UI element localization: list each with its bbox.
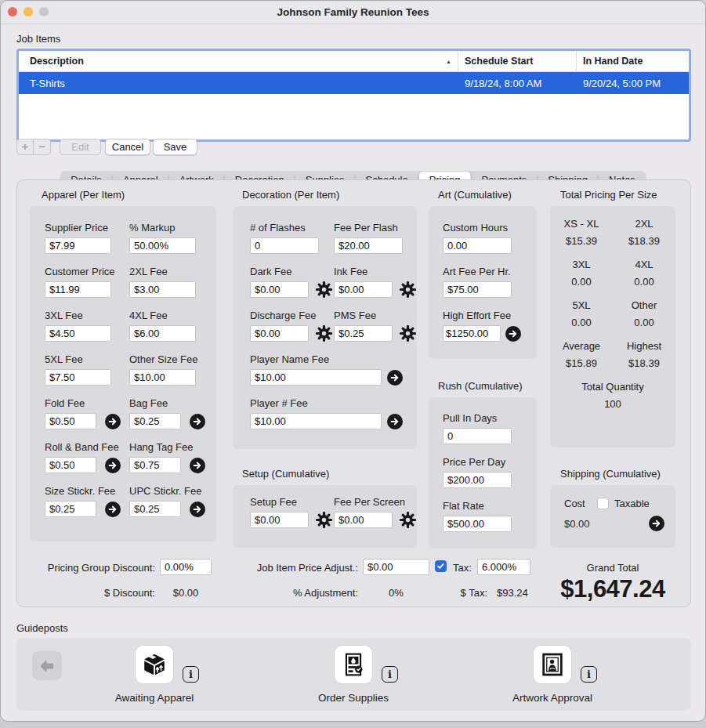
setup-fee-field[interactable] — [250, 512, 309, 528]
size-sticker-fee-arrow-icon[interactable] — [105, 502, 121, 517]
player-name-fee-field[interactable] — [250, 369, 382, 386]
setup-fee-gear-icon[interactable] — [316, 512, 332, 528]
pms-fee-field[interactable] — [334, 325, 393, 342]
pms-fee-gear-icon[interactable] — [400, 325, 416, 342]
apparel-group: Apparel (Per Item) Supplier Price % Mark… — [30, 189, 216, 541]
job-item-adjust-field[interactable] — [363, 559, 429, 575]
column-header-schedule-start[interactable]: Schedule Start — [458, 51, 576, 71]
customer-price-label: Customer Price — [45, 266, 129, 277]
flat-rate-field[interactable] — [443, 516, 512, 532]
cell-description: T-Shirts — [19, 78, 458, 89]
bag-fee-field[interactable] — [129, 413, 181, 429]
discharge-fee-field[interactable] — [250, 325, 309, 342]
taxable-checkbox[interactable] — [597, 498, 609, 509]
player-name-fee-arrow-icon[interactable] — [387, 370, 403, 386]
pricing-group-discount-field[interactable] — [160, 559, 212, 575]
shipping-cost-value: $0.00 — [564, 518, 590, 530]
setup-group: Setup (Cumulative) Setup Fee Fee Per Scr… — [233, 468, 417, 548]
ink-fee-gear-icon[interactable] — [400, 281, 416, 298]
custom-hours-field[interactable] — [443, 237, 512, 254]
total-pricing-group-title: Total Pricing Per Size — [560, 189, 675, 201]
guidepost-awaiting-apparel-label: Awaiting Apparel — [92, 692, 217, 704]
flashes-field[interactable] — [250, 237, 319, 254]
fee-other-size-label: Other Size Fee — [129, 353, 197, 365]
column-header-in-hand-date[interactable]: In Hand Date — [576, 51, 688, 71]
grand-total-label: Grand Total — [550, 562, 675, 574]
pms-fee-label: PMS Fee — [334, 310, 416, 321]
fee-5xl-field[interactable] — [45, 369, 111, 386]
high-effort-fee-field[interactable] — [443, 325, 501, 342]
art-group: Art (Cumulative) Custom Hours Art Fee Pe… — [429, 189, 537, 359]
customer-price-field[interactable] — [45, 281, 111, 298]
supplier-price-field[interactable] — [45, 237, 111, 254]
size-3xl-value: 0.00 — [550, 276, 613, 288]
size-4xl-label: 4XL — [613, 259, 675, 270]
artwork-approval-info-icon[interactable]: i — [581, 666, 597, 683]
fold-fee-arrow-icon[interactable] — [105, 414, 121, 429]
fee-per-screen-field[interactable] — [334, 512, 393, 528]
save-button[interactable]: Save — [153, 139, 197, 155]
size-xs-xl-label: XS - XL — [550, 218, 613, 230]
hang-tag-fee-field[interactable] — [129, 457, 181, 473]
grand-total-value: $1,647.24 — [538, 575, 687, 603]
high-effort-fee-arrow-icon[interactable] — [505, 326, 521, 342]
player-number-fee-label: Player # Fee — [250, 397, 417, 409]
size-sticker-fee-field[interactable] — [45, 501, 96, 517]
dark-fee-field[interactable] — [250, 281, 309, 298]
fee-2xl-field[interactable] — [129, 281, 196, 298]
pricing-panel: Apparel (Per Item) Supplier Price % Mark… — [16, 179, 691, 607]
back-button[interactable] — [32, 651, 62, 680]
bag-fee-arrow-icon[interactable] — [190, 414, 205, 429]
fee-per-flash-field[interactable] — [334, 237, 403, 254]
pull-in-days-field[interactable] — [443, 428, 512, 444]
ink-fee-field[interactable] — [334, 281, 393, 298]
cell-schedule-start: 9/18/24, 8:00 AM — [458, 78, 576, 89]
fee-other-size-field[interactable] — [129, 369, 196, 386]
roll-band-fee-field[interactable] — [45, 457, 96, 473]
upc-sticker-fee-field[interactable] — [129, 501, 181, 517]
guidepost-artwork-approval[interactable] — [534, 646, 571, 683]
rush-group-title: Rush (Cumulative) — [438, 380, 537, 392]
order-supplies-info-icon[interactable]: i — [382, 666, 398, 683]
fold-fee-field[interactable] — [45, 413, 96, 429]
dollar-discount-value: $0.00 — [160, 587, 212, 599]
shipping-arrow-icon[interactable] — [649, 516, 664, 531]
total-pricing-group: Total Pricing Per Size XS - XL 2XL $15.3… — [550, 189, 675, 447]
fee-2xl-label: 2XL Fee — [129, 266, 196, 277]
table-row-selected[interactable]: T-Shirts 9/18/24, 8:00 AM 9/20/24, 5:00 … — [19, 72, 689, 94]
cancel-button[interactable]: Cancel — [105, 139, 150, 155]
fee-3xl-field[interactable] — [45, 325, 111, 342]
custom-hours-label: Custom Hours — [443, 222, 537, 234]
size-5xl-label: 5XL — [550, 299, 613, 311]
setup-fee-label: Setup Fee — [250, 496, 334, 508]
upc-sticker-fee-arrow-icon[interactable] — [190, 502, 205, 517]
upc-sticker-fee-label: UPC Stickr. Fee — [129, 485, 205, 497]
markup-label: % Markup — [129, 222, 196, 234]
roll-band-fee-arrow-icon[interactable] — [105, 458, 121, 473]
add-item-button[interactable]: + — [16, 139, 34, 155]
player-number-fee-arrow-icon[interactable] — [387, 414, 403, 429]
tax-label: Tax: — [453, 562, 472, 574]
column-header-description[interactable]: Description ▲ — [19, 51, 458, 71]
remove-item-button[interactable]: − — [34, 139, 51, 155]
tax-rate-field[interactable] — [477, 559, 530, 575]
hang-tag-fee-arrow-icon[interactable] — [190, 458, 205, 473]
app-window: Johnson Family Reunion Tees Job Items De… — [0, 0, 706, 722]
guidepost-order-supplies[interactable] — [335, 646, 372, 683]
guidepost-awaiting-apparel[interactable] — [136, 646, 173, 683]
discharge-fee-gear-icon[interactable] — [316, 325, 332, 342]
size-sticker-fee-label: Size Stickr. Fee — [45, 485, 129, 497]
fold-fee-label: Fold Fee — [45, 397, 129, 409]
fee-4xl-field[interactable] — [129, 325, 196, 342]
highest-label: Highest — [613, 340, 675, 352]
art-fee-per-hr-field[interactable] — [443, 281, 512, 298]
tax-checkbox[interactable] — [435, 560, 447, 572]
edit-button[interactable]: Edit — [60, 139, 101, 155]
player-number-fee-field[interactable] — [250, 413, 382, 429]
awaiting-apparel-info-icon[interactable]: i — [183, 666, 199, 683]
fee-per-screen-gear-icon[interactable] — [400, 512, 416, 528]
decoration-group: Decoration (Per Item) # of Flashes Fee P… — [233, 189, 417, 449]
dark-fee-gear-icon[interactable] — [316, 281, 332, 298]
markup-field[interactable] — [129, 237, 196, 254]
price-per-day-field[interactable] — [443, 472, 512, 488]
